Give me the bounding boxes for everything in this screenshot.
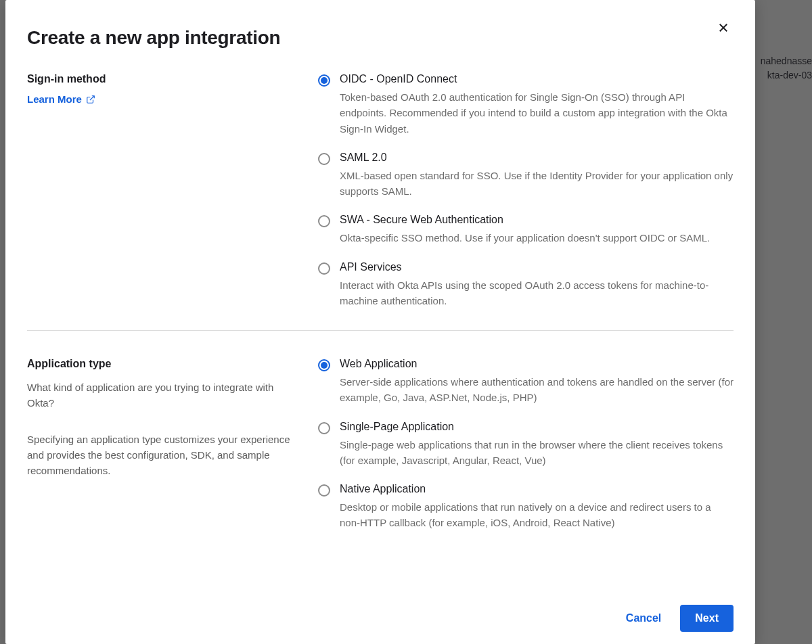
application-type-left: Application type What kind of applicatio… — [27, 358, 318, 531]
radio-text-spa: Single-Page Application Single-page web … — [340, 421, 734, 469]
create-app-integration-modal: Create a new app integration Sign-in met… — [5, 0, 755, 644]
radio-title-api-services: API Services — [340, 261, 734, 273]
radio-api-services[interactable] — [318, 262, 330, 275]
radio-desc-saml: XML-based open standard for SSO. Use if … — [340, 168, 734, 200]
learn-more-link[interactable]: Learn More — [27, 93, 95, 105]
radio-saml[interactable] — [318, 153, 330, 165]
radio-item-spa[interactable]: Single-Page Application Single-page web … — [318, 421, 734, 469]
radio-title-oidc: OIDC - OpenID Connect — [340, 73, 734, 85]
background-text: nahednasse kta-dev-03 — [761, 54, 812, 83]
modal-footer: Cancel Next — [5, 593, 755, 644]
application-type-label: Application type — [27, 358, 318, 370]
radio-oidc[interactable] — [318, 74, 330, 87]
next-button[interactable]: Next — [680, 605, 734, 632]
radio-title-saml: SAML 2.0 — [340, 152, 734, 164]
modal-header: Create a new app integration — [5, 27, 755, 73]
radio-item-api-services[interactable]: API Services Interact with Okta APIs usi… — [318, 261, 734, 309]
radio-text-native-app: Native Application Desktop or mobile app… — [340, 483, 734, 531]
close-icon — [717, 22, 729, 34]
radio-title-spa: Single-Page Application — [340, 421, 734, 433]
radio-text-swa: SWA - Secure Web Authentication Okta-spe… — [340, 214, 734, 246]
radio-item-saml[interactable]: SAML 2.0 XML-based open standard for SSO… — [318, 152, 734, 200]
application-type-section: Application type What kind of applicatio… — [5, 358, 755, 553]
radio-item-web-app[interactable]: Web Application Server-side applications… — [318, 358, 734, 406]
sign-in-method-label: Sign-in method — [27, 73, 318, 85]
application-type-desc1: What kind of application are you trying … — [27, 380, 298, 411]
radio-item-swa[interactable]: SWA - Secure Web Authentication Okta-spe… — [318, 214, 734, 246]
radio-text-oidc: OIDC - OpenID Connect Token-based OAuth … — [340, 73, 734, 137]
external-link-icon — [86, 95, 95, 104]
radio-title-web-app: Web Application — [340, 358, 734, 370]
radio-text-saml: SAML 2.0 XML-based open standard for SSO… — [340, 152, 734, 200]
section-divider — [27, 330, 734, 331]
sign-in-method-left: Sign-in method Learn More — [27, 73, 318, 308]
learn-more-text: Learn More — [27, 93, 82, 105]
bg-org-text: kta-dev-03 — [767, 70, 812, 80]
bg-user-text: nahednasse — [761, 55, 812, 66]
application-type-desc2: Specifying an application type customize… — [27, 432, 298, 479]
radio-desc-api-services: Interact with Okta APIs using the scoped… — [340, 277, 734, 309]
radio-desc-web-app: Server-side applications where authentic… — [340, 374, 734, 406]
radio-text-web-app: Web Application Server-side applications… — [340, 358, 734, 406]
radio-title-native-app: Native Application — [340, 483, 734, 495]
close-button[interactable] — [713, 20, 734, 38]
radio-desc-swa: Okta-specific SSO method. Use if your ap… — [340, 230, 734, 246]
application-type-options: Web Application Server-side applications… — [318, 358, 734, 531]
radio-desc-spa: Single-page web applications that run in… — [340, 437, 734, 469]
radio-web-app[interactable] — [318, 359, 330, 371]
radio-spa[interactable] — [318, 422, 330, 434]
sign-in-method-options: OIDC - OpenID Connect Token-based OAuth … — [318, 73, 734, 308]
radio-item-native-app[interactable]: Native Application Desktop or mobile app… — [318, 483, 734, 531]
radio-text-api-services: API Services Interact with Okta APIs usi… — [340, 261, 734, 309]
radio-title-swa: SWA - Secure Web Authentication — [340, 214, 734, 226]
cancel-button[interactable]: Cancel — [621, 605, 667, 631]
radio-desc-oidc: Token-based OAuth 2.0 authentication for… — [340, 89, 734, 137]
radio-swa[interactable] — [318, 215, 330, 227]
radio-desc-native-app: Desktop or mobile applications that run … — [340, 499, 734, 531]
radio-item-oidc[interactable]: OIDC - OpenID Connect Token-based OAuth … — [318, 73, 734, 137]
radio-native-app[interactable] — [318, 484, 330, 497]
modal-title: Create a new app integration — [27, 27, 280, 49]
sign-in-method-section: Sign-in method Learn More OIDC - OpenID … — [5, 73, 755, 330]
